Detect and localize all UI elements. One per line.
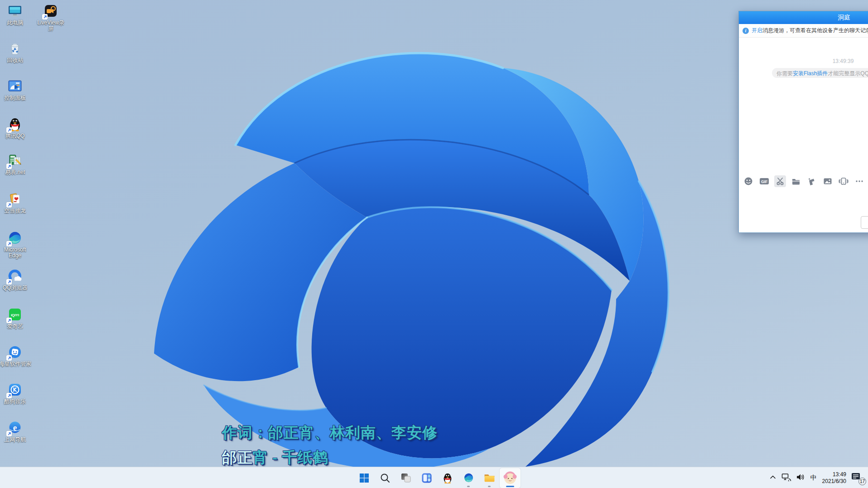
song-title-line: 邰正宵 - 千纸鹤 — [222, 448, 328, 467]
system-tray: 中 13:49 2021/6/30 17 — [769, 467, 864, 488]
desktop-icon-label: 空当接龙 — [4, 208, 26, 214]
more-options-icon[interactable] — [854, 175, 865, 187]
screenshot-scissors-icon[interactable] — [774, 175, 786, 187]
notification-center-button[interactable]: 17 — [851, 472, 864, 484]
desktop-icon-tencent-qq[interactable]: 腾讯QQ — [0, 116, 33, 139]
image-icon[interactable] — [822, 175, 834, 187]
active-window-indicator — [506, 486, 514, 487]
tray-date: 2021/6/30 — [822, 478, 846, 485]
qq-penguin-icon — [7, 116, 23, 132]
tray-time: 13:49 — [822, 471, 846, 478]
network-icon[interactable] — [781, 473, 791, 483]
shortcut-arrow-icon — [6, 355, 12, 361]
emoji-icon[interactable] — [743, 175, 754, 187]
this-pc-icon — [7, 3, 23, 19]
message-input-area[interactable] — [739, 189, 868, 232]
windows-logo-icon — [359, 473, 370, 483]
chat-message-area: 13:49:39 你需要安装Flash插件才能完整显示QQ — [739, 38, 868, 176]
clock[interactable]: 13:49 2021/6/30 — [822, 471, 846, 485]
taskbar: 中 13:49 2021/6/30 17 — [0, 467, 868, 488]
widgets-button[interactable] — [416, 468, 437, 488]
windows-bloom-wallpaper — [0, 0, 868, 467]
desktop-icon-label: 此电脑 — [7, 20, 23, 26]
desktop-icon-label: LiveView录屏 — [35, 20, 66, 32]
taskbar-qq-button[interactable] — [437, 468, 458, 488]
desktop-icon-label: 海星软件管家 — [0, 361, 31, 367]
qq-chat-window: 洞庭 i 开启 消息漫游，可查看在其他设备产生的聊天记录 13:49:39 你需… — [738, 11, 868, 233]
web-navigation-icon: e — [7, 420, 23, 435]
desktop-icon-this-pc[interactable]: 此电脑 — [0, 3, 33, 26]
lyrics-credit-line: 作词：邰正宵、林利南、李安修 — [222, 423, 438, 443]
shortcut-arrow-icon — [6, 279, 12, 285]
shortcut-arrow-icon — [42, 14, 48, 19]
search-button[interactable] — [375, 468, 395, 488]
taskbar-file-explorer-button[interactable] — [479, 468, 500, 488]
message-timestamp: 13:49:39 — [825, 58, 861, 64]
desktop-icon-label: 腾讯QQ — [5, 133, 25, 139]
desktop-icon-liveview-recorder[interactable]: LiveView录屏 — [33, 3, 69, 32]
software-manager-icon — [7, 344, 23, 360]
send-file-folder-icon[interactable] — [790, 175, 802, 187]
iqiyi-icon: iQIYI — [7, 307, 23, 322]
desktop-icon-label: QQ浏览器 — [3, 285, 28, 291]
desktop-wallpaper: 作词：邰正宵、林利南、李安修 邰正宵 - 千纸鹤 此电脑 — [0, 0, 868, 467]
desktop-icon-label: 控制面板 — [4, 95, 26, 101]
qq-browser-icon — [7, 268, 23, 284]
tray-chevron-up-icon[interactable] — [769, 473, 777, 483]
window-shake-icon[interactable] — [838, 175, 849, 187]
taskbar-center-icons — [354, 467, 521, 488]
desktop-icon-freecell[interactable]: 空当接龙 — [0, 191, 33, 214]
desktop-icon-qq-browser[interactable]: QQ浏览器 — [0, 268, 33, 291]
desktop-icon-label: 回收站 — [7, 58, 23, 63]
taskbar-chat-window-button[interactable] — [500, 468, 521, 488]
search-icon — [380, 473, 391, 483]
volume-icon[interactable] — [796, 473, 805, 483]
desktop-icon-yibiao-net[interactable]: 易表.net — [0, 153, 33, 175]
roaming-info-text: 消息漫游，可查看在其他设备产生的聊天记录 — [762, 27, 868, 34]
desktop-icon-label: 易表.net — [5, 169, 25, 175]
edge-browser-icon — [7, 230, 23, 246]
karaoke-rest: 宵 - 千纸鹤 — [253, 449, 328, 466]
liveview-recorder-icon — [43, 3, 58, 19]
enable-roaming-link[interactable]: 开启 — [752, 27, 762, 34]
shortcut-arrow-icon — [6, 164, 12, 169]
start-button[interactable] — [354, 468, 375, 488]
desktop-icon-label: 爱奇艺 — [7, 324, 23, 329]
desktop-icon-web-navigation[interactable]: e 上网导航 — [0, 420, 33, 443]
svg-text:GIF: GIF — [761, 179, 767, 184]
task-view-button[interactable] — [395, 468, 416, 488]
shortcut-arrow-icon — [6, 431, 12, 436]
info-icon: i — [743, 28, 749, 34]
shortcut-arrow-icon — [6, 202, 12, 208]
chat-window-titlebar[interactable]: 洞庭 — [739, 11, 868, 24]
send-button[interactable] — [861, 216, 868, 229]
desktop-icon-recycle-bin[interactable]: 回收站 — [0, 41, 33, 63]
gif-icon[interactable]: GIF — [758, 175, 770, 187]
desktop-icon-label: Microsoft Edge — [0, 247, 33, 259]
recycle-bin-icon — [7, 41, 23, 56]
widgets-icon — [421, 473, 432, 483]
shortcut-arrow-icon — [6, 393, 12, 398]
ime-indicator[interactable]: 中 — [810, 474, 818, 482]
desktop-icon-iqiyi[interactable]: iQIYI 爱奇艺 — [0, 307, 33, 329]
shortcut-arrow-icon — [6, 318, 12, 323]
desktop-icon-label: 酷狗音乐 — [4, 399, 26, 405]
shortcut-arrow-icon — [6, 241, 12, 246]
desktop-icon-starfish-software-manager[interactable]: 海星软件管家 — [0, 344, 33, 367]
taskbar-edge-button[interactable] — [458, 468, 479, 488]
audio-share-icon[interactable] — [806, 175, 818, 187]
contact-avatar — [503, 471, 517, 485]
task-view-icon — [400, 473, 411, 483]
desktop-icon-kugou-music[interactable]: 酷狗音乐 — [0, 382, 33, 405]
chat-toolbar: GIF — [743, 174, 865, 188]
edge-browser-icon — [463, 472, 474, 483]
spreadsheet-tool-icon — [7, 153, 23, 168]
file-explorer-icon — [484, 472, 495, 483]
desktop-icon-microsoft-edge[interactable]: Microsoft Edge — [0, 230, 33, 259]
desktop-icon-control-panel[interactable]: 控制面板 — [0, 78, 33, 101]
install-flash-link[interactable]: 安装Flash插件 — [793, 70, 828, 77]
bubble-text: 你需要 — [776, 70, 793, 77]
system-message-bubble: 你需要安装Flash插件才能完整显示QQ — [772, 68, 868, 78]
kugou-music-icon — [7, 382, 23, 397]
qq-penguin-icon — [442, 472, 453, 484]
